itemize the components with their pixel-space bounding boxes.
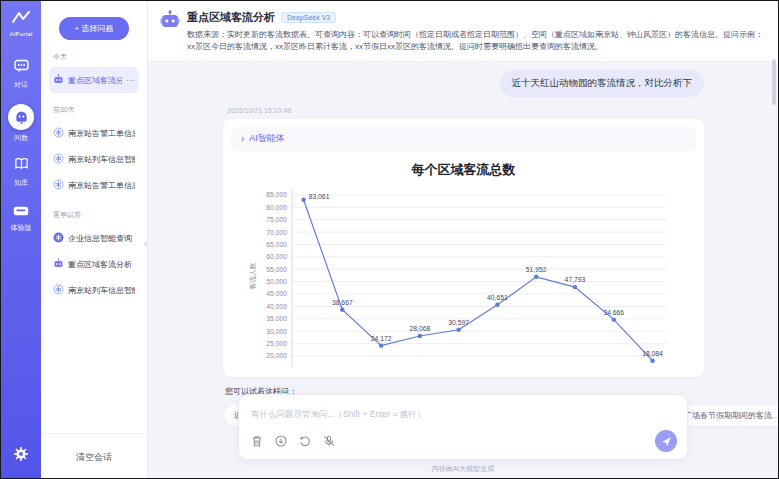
- conversation-panel: + 选择问题 今天 重点区域客流分析 ⋯ 前30天 南京站告警工单信息查询: [41, 1, 148, 478]
- group-title-earlier: 更早以前: [53, 210, 135, 220]
- svg-text:85,000: 85,000: [266, 191, 287, 198]
- nav-label: 体验版: [11, 223, 32, 233]
- conversation-item[interactable]: 重点区域客流分析: [49, 251, 139, 277]
- conversation-item[interactable]: 南京站列车信息智能查询: [49, 146, 139, 172]
- composer-toolbar: [251, 430, 677, 452]
- svg-text:38,667: 38,667: [332, 299, 353, 306]
- svg-text:28,068: 28,068: [410, 325, 431, 332]
- svg-text:24,172: 24,172: [371, 335, 392, 342]
- agent-description: 数据来源：实时更新的客流数据表。可查询内容：可以查询时间（指定日期或者指定日期范…: [187, 29, 768, 54]
- conversation-label: 南京站告警工单信息查询: [68, 180, 135, 191]
- agent-title: 重点区域客流分析: [187, 10, 275, 25]
- user-message-bubble: 近十天红山动物园的客流情况，对比分析下: [500, 70, 705, 97]
- conversation-item[interactable]: 南京站告警工单信息查询: [49, 172, 139, 198]
- nav-item-trial-badge[interactable]: 体验版: [11, 202, 32, 233]
- undo-icon[interactable]: [299, 435, 311, 447]
- agent-steps-toggle[interactable]: › AI智能体: [231, 127, 696, 151]
- nav-item-chat[interactable]: 对话: [14, 59, 29, 90]
- message-input[interactable]: [251, 409, 677, 419]
- data-qa-icon: [8, 104, 34, 130]
- book-icon: [14, 157, 29, 175]
- panel-collapse-handle[interactable]: ‹: [144, 233, 154, 255]
- svg-text:65,000: 65,000: [266, 241, 287, 248]
- conversation-list: 今天 重点区域客流分析 ⋯ 前30天 南京站告警工单信息查询 南京站列车信息智: [41, 40, 147, 433]
- conversation-label: 南京站列车信息智能查询: [68, 285, 135, 296]
- svg-text:客流人数: 客流人数: [249, 262, 257, 289]
- logo-mark-icon: [11, 10, 31, 28]
- chevron-right-icon: ›: [241, 133, 244, 144]
- icon-rail: AIPortal 对话 问数 知库: [1, 1, 41, 478]
- svg-text:18,084: 18,084: [642, 350, 663, 357]
- nav-label: 对话: [14, 80, 28, 90]
- chart-container: 每个区域客流总数 20,00025,00030,00035,00040,0004…: [231, 151, 696, 371]
- chat-main: 重点区域客流分析 DeepSeek V3 数据来源：实时更新的客流数据表。可查询…: [148, 1, 778, 478]
- settings-gear-icon[interactable]: [13, 446, 29, 466]
- group-title-today: 今天: [53, 52, 135, 62]
- svg-text:83,061: 83,061: [309, 193, 330, 200]
- conversation-label: 企业信息智能查询: [68, 233, 132, 244]
- svg-text:34,666: 34,666: [603, 309, 624, 316]
- svg-text:25,000: 25,000: [266, 340, 287, 347]
- conversation-more-icon[interactable]: ⋯: [126, 76, 135, 85]
- sparkle-icon: [53, 124, 64, 142]
- sparkle-icon: [53, 281, 64, 299]
- scrollbar-thumb[interactable]: [772, 59, 776, 105]
- conversation-label: 重点区域客流分析: [68, 259, 132, 270]
- svg-text:30,000: 30,000: [266, 327, 287, 334]
- send-button[interactable]: [655, 430, 677, 452]
- clear-area: 清空会话: [41, 433, 147, 478]
- ai-disclaimer: 内容由AI大模型生成: [148, 464, 778, 474]
- nav-label: 知库: [14, 178, 28, 188]
- svg-text:45,000: 45,000: [266, 290, 287, 297]
- svg-text:20,000: 20,000: [266, 352, 287, 359]
- robot-icon: [53, 255, 64, 273]
- agent-avatar-robot-icon: [160, 10, 180, 54]
- sparkle-filled-icon: [53, 229, 64, 247]
- nav-item-knowledge[interactable]: 知库: [14, 157, 29, 188]
- svg-text:51,952: 51,952: [526, 266, 547, 273]
- clear-session-button[interactable]: 清空会话: [76, 451, 112, 464]
- app-logo: AIPortal: [10, 10, 33, 37]
- sparkle-icon: [53, 150, 64, 168]
- app-window: AIPortal 对话 问数 知库: [0, 0, 779, 479]
- trash-icon[interactable]: [251, 435, 263, 447]
- download-circle-icon[interactable]: [275, 435, 287, 447]
- conversation-label: 南京站告警工单信息查询: [68, 128, 135, 139]
- chat-bubble-icon: [14, 59, 29, 77]
- model-tag-badge: DeepSeek V3: [281, 12, 336, 23]
- robot-icon: [53, 71, 64, 89]
- svg-text:75,000: 75,000: [266, 216, 287, 223]
- message-timestamp: 2025/10/21 15:10:48: [227, 107, 704, 114]
- sparkle-icon: [53, 176, 64, 194]
- badge-icon: [13, 202, 29, 220]
- group-title-last30: 前30天: [53, 105, 135, 115]
- chart-title: 每个区域客流总数: [233, 161, 694, 179]
- svg-text:55,000: 55,000: [266, 265, 287, 272]
- svg-text:30,597: 30,597: [448, 319, 469, 326]
- svg-text:35,000: 35,000: [266, 315, 287, 322]
- new-question-button[interactable]: + 选择问题: [59, 17, 129, 40]
- svg-text:47,793: 47,793: [565, 276, 586, 283]
- agent-toggle-label: AI智能体: [249, 132, 285, 145]
- svg-text:70,000: 70,000: [266, 228, 287, 235]
- conversation-item-active[interactable]: 重点区域客流分析 ⋯: [49, 67, 139, 93]
- nav-label: 问数: [14, 133, 28, 143]
- conversation-item[interactable]: 南京站告警工单信息查询: [49, 120, 139, 146]
- conversation-label: 重点区域客流分析: [68, 75, 122, 86]
- logo-text: AIPortal: [10, 31, 33, 37]
- conversation-item[interactable]: 南京站列车信息智能查询: [49, 277, 139, 303]
- rail-nav: 对话 问数 知库 体验版: [8, 59, 34, 233]
- composer: [238, 394, 688, 460]
- svg-text:40,651: 40,651: [487, 294, 508, 301]
- traffic-line-chart: 20,00025,00030,00035,00040,00045,00050,0…: [233, 181, 694, 371]
- assistant-answer-card: › AI智能体 每个区域客流总数 20,00025,00030,00035,00…: [223, 119, 704, 377]
- svg-text:60,000: 60,000: [266, 253, 287, 260]
- conversation-item[interactable]: 企业信息智能查询: [49, 225, 139, 251]
- svg-text:40,000: 40,000: [266, 303, 287, 310]
- mic-off-icon[interactable]: [323, 435, 335, 447]
- svg-text:80,000: 80,000: [266, 204, 287, 211]
- conversation-label: 南京站列车信息智能查询: [68, 154, 135, 165]
- agent-header: 重点区域客流分析 DeepSeek V3 数据来源：实时更新的客流数据表。可查询…: [148, 1, 778, 62]
- svg-text:50,000: 50,000: [266, 278, 287, 285]
- nav-item-data-qa-active[interactable]: 问数: [8, 104, 34, 143]
